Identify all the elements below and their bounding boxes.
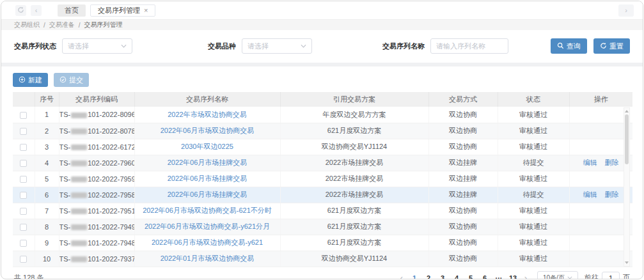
sequence-name-link[interactable]: 2022年市场双边协商交易 (168, 111, 246, 118)
pagination-page-13[interactable]: 13 (507, 274, 519, 280)
row-index: 3 (35, 139, 59, 155)
row-checkbox[interactable] (20, 128, 27, 135)
row-code: TS-101-2022-6172 (59, 139, 134, 155)
sequence-name-input[interactable] (430, 38, 508, 54)
table-row[interactable]: 4 TS-102-2022-7960 2022年06月市场挂牌交易 2022市场… (13, 155, 632, 171)
prev-page-icon[interactable]: ‹ (397, 273, 407, 279)
tab-sequence-management[interactable]: 交易序列管理 × (90, 4, 155, 17)
pagination-page-4[interactable]: 4 (450, 274, 463, 280)
scrollbar-thumb[interactable] (625, 114, 629, 164)
redacted-code-segment (71, 208, 87, 214)
row-index: 9 (35, 235, 59, 251)
breadcrumb-item[interactable]: 交易组织 (14, 20, 40, 29)
row-checkbox[interactable] (20, 112, 27, 119)
chevron-left-icon: ‹ (35, 6, 38, 14)
create-button[interactable]: 新建 (13, 73, 48, 87)
row-checkbox[interactable] (20, 144, 27, 151)
breadcrumb-separator: / (43, 22, 45, 29)
pagination-page-1[interactable]: 1 (408, 274, 421, 280)
table-row[interactable]: 3 TS-101-2022-6172 2030年双边0225 双边协商交易YJ1… (13, 139, 632, 155)
redacted-code-segment (71, 176, 87, 182)
row-checkbox[interactable] (20, 208, 27, 215)
row-checkbox[interactable] (20, 256, 27, 263)
row-plan: 双边协商交易YJ1124 (280, 251, 428, 267)
row-method: 双边协商 (428, 123, 498, 139)
table-row[interactable]: 5 TS-102-2022-7959 2022年06月市场挂牌交易 2022市场… (13, 171, 632, 187)
table-row[interactable]: 7 TS-101-2022-7951 2022年06月市场双边协商交易-621不… (13, 203, 632, 219)
pagination-page-5[interactable]: 5 (464, 274, 477, 280)
row-checkbox-cell (13, 107, 35, 123)
redacted-code-segment (71, 256, 87, 262)
row-checkbox-cell (13, 219, 35, 235)
row-code: TS-101-2022-8096 (59, 107, 134, 123)
scroll-down-icon[interactable] (625, 261, 629, 264)
trade-variety-select[interactable]: 请选择 (242, 38, 312, 54)
delete-link[interactable]: 删除 (605, 159, 619, 166)
table-row[interactable]: 9 TS-101-2022-7948 2022年06月市场双边协商交易-y621… (13, 235, 632, 251)
code-suffix: 101-2022-6172 (88, 143, 134, 151)
goto-page-input[interactable] (602, 272, 620, 280)
sequence-name-link[interactable]: 2022年06月市场挂牌交易 (168, 175, 247, 182)
row-checkbox[interactable] (20, 160, 27, 167)
sequence-name-link[interactable]: 2022年06月市场双边协商交易-621不分时 (143, 206, 272, 214)
submit-button[interactable]: 提交 (54, 73, 89, 87)
row-status: 审核通过 (498, 123, 569, 139)
pagination: ‹ 123456···13 › 10条/页 前往 页 (397, 271, 630, 280)
sequence-name-link[interactable]: 2022年06月市场双边协商交易-y621 (152, 238, 263, 246)
pagination-page-2[interactable]: 2 (422, 274, 435, 280)
sequence-name-link[interactable]: 2022年06月市场挂牌交易 (168, 159, 247, 166)
breadcrumb-item[interactable]: 交易准备 (49, 20, 75, 29)
row-code: TS-102-2022-7960 (59, 155, 134, 171)
sequence-name-link[interactable]: 2022年01月市场双边协商交易 (161, 254, 255, 262)
row-checkbox[interactable] (20, 224, 27, 231)
row-checkbox-cell (13, 203, 35, 219)
page-size-value: 10条/页 (543, 274, 565, 280)
table-body: 1 TS-101-2022-8096 2022年市场双边协商交易 年度双边交易方… (13, 107, 632, 267)
vertical-scrollbar[interactable] (624, 107, 630, 267)
next-page-icon[interactable]: › (521, 273, 531, 279)
refresh-icon (17, 6, 24, 15)
table-row[interactable]: 6 TS-102-2022-7958 2022年06月市场挂牌交易 2022市场… (13, 187, 632, 203)
table-row[interactable]: 10 TS-101-2022-7937 2022年01月市场双边协商交易 双边协… (13, 251, 632, 267)
refresh-tabs-button[interactable] (15, 5, 26, 16)
row-name-cell: 2022年市场双边协商交易 (134, 107, 280, 123)
sequence-name-link[interactable]: 2022年06月市场挂牌交易 (168, 191, 247, 198)
row-status: 审核通过 (498, 251, 569, 267)
row-method: 双边挂牌 (428, 187, 498, 203)
sequence-status-select[interactable]: 请选择 (62, 38, 132, 54)
row-checkbox[interactable] (20, 240, 27, 247)
page-size-select[interactable]: 10条/页 (537, 271, 578, 280)
pagination-ellipsis: ··· (492, 274, 505, 280)
edit-link[interactable]: 编辑 (583, 159, 597, 166)
sequence-name-link[interactable]: 2022年06月市场双边协商交易 (161, 127, 255, 134)
row-method: 双边协商 (428, 235, 498, 251)
scroll-tabs-right-button[interactable]: › (618, 4, 634, 17)
row-index: 10 (35, 251, 59, 267)
tab-home[interactable]: 首页 (58, 4, 86, 17)
table-row[interactable]: 8 TS-101-2022-7949 2022年06月市场双边协商交易-y621… (13, 219, 632, 235)
scroll-tabs-left-button[interactable]: ‹ (31, 5, 42, 16)
row-index: 7 (35, 203, 59, 219)
redacted-code-segment (71, 113, 87, 118)
row-method: 双边协商 (428, 139, 498, 155)
pagination-page-6[interactable]: 6 (478, 274, 491, 280)
search-button[interactable]: 查询 (551, 38, 587, 54)
table-row[interactable]: 1 TS-101-2022-8096 2022年市场双边协商交易 年度双边交易方… (13, 107, 632, 123)
scroll-up-icon[interactable] (625, 110, 629, 113)
select-placeholder: 请选择 (247, 42, 269, 51)
delete-link[interactable]: 删除 (605, 191, 619, 198)
close-icon[interactable]: × (144, 7, 148, 14)
plus-circle-icon (19, 76, 26, 84)
reset-button[interactable]: 重置 (593, 38, 630, 54)
table-row[interactable]: 2 TS-101-2022-8078 2022年06月市场双边协商交易 621月… (13, 123, 632, 139)
code-suffix: 101-2022-7949 (88, 223, 134, 231)
row-checkbox[interactable] (20, 192, 27, 199)
row-checkbox[interactable] (20, 176, 27, 183)
edit-link[interactable]: 编辑 (583, 191, 597, 198)
sequence-name-link[interactable]: 2022年06月市场双边协商交易-y621分月 (145, 222, 270, 230)
row-code: TS-102-2022-7958 (59, 187, 134, 203)
sequence-name-link[interactable]: 2030年双边0225 (181, 143, 233, 150)
reset-icon (600, 42, 607, 51)
goto-page: 前往 页 (585, 272, 630, 280)
pagination-page-3[interactable]: 3 (436, 274, 449, 280)
